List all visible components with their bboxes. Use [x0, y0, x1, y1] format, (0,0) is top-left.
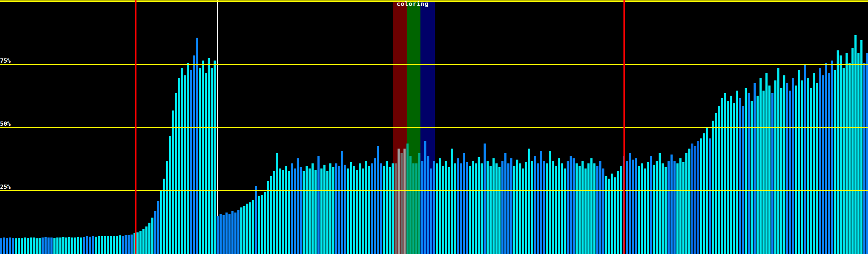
bar [18, 238, 20, 254]
bar [679, 158, 682, 254]
bar [463, 153, 465, 254]
bar [561, 163, 563, 254]
bar [472, 161, 474, 254]
bar [142, 229, 145, 254]
bar [552, 161, 554, 254]
bar [240, 207, 242, 254]
bar [243, 206, 245, 254]
bar [620, 166, 622, 254]
bar [294, 168, 296, 254]
bar [392, 163, 394, 254]
bar [780, 88, 782, 254]
gridline-100 [0, 0, 868, 2]
bar [107, 236, 109, 254]
bar [721, 98, 723, 254]
bar [350, 162, 352, 254]
bar [709, 138, 711, 254]
bar [543, 161, 545, 254]
bar [362, 168, 364, 254]
bar [74, 237, 76, 254]
bar [211, 68, 213, 254]
bar [160, 191, 162, 254]
bar [86, 236, 88, 254]
bar [89, 237, 91, 254]
bar [537, 163, 539, 254]
bar [703, 133, 705, 254]
bar [30, 237, 32, 254]
bar [457, 158, 459, 254]
bar [484, 144, 486, 254]
bar [231, 211, 234, 254]
bar [810, 88, 812, 254]
bar [522, 168, 524, 254]
bar [83, 237, 85, 254]
bar [249, 202, 251, 254]
bar [246, 204, 248, 254]
bar [258, 196, 260, 254]
bar [329, 163, 331, 254]
bar [715, 113, 717, 254]
bar [584, 168, 587, 254]
bar [326, 171, 328, 254]
bar [53, 238, 56, 254]
bar [834, 70, 836, 254]
bar [635, 158, 637, 254]
bar [223, 215, 225, 254]
bar [626, 161, 628, 254]
bar [403, 149, 406, 254]
bar [338, 166, 340, 254]
bar [181, 68, 183, 254]
bar [460, 163, 462, 254]
bar [638, 166, 640, 254]
bar [816, 83, 818, 254]
bar [670, 155, 673, 254]
bar [300, 167, 302, 254]
bar [851, 48, 854, 254]
bar [863, 63, 865, 254]
bar [386, 161, 388, 254]
bar [104, 236, 106, 254]
bar [504, 153, 506, 254]
bar [282, 170, 284, 254]
bar [214, 61, 216, 254]
bar [866, 53, 868, 254]
bar [481, 163, 483, 254]
bar [187, 63, 189, 254]
bar [676, 163, 679, 254]
bar [599, 161, 601, 254]
bar [430, 168, 432, 254]
bar [801, 80, 803, 254]
bar [39, 238, 41, 254]
bar [662, 163, 664, 254]
bar [353, 166, 355, 254]
bar [516, 160, 518, 254]
bar [700, 138, 702, 254]
bar [320, 168, 323, 254]
bar [614, 177, 616, 254]
bar [255, 186, 257, 254]
bar [730, 96, 732, 254]
bar [344, 165, 346, 254]
bar [95, 237, 97, 254]
bar [602, 168, 604, 254]
bar [380, 163, 382, 254]
bar [116, 236, 118, 254]
bar [401, 153, 403, 254]
bar [24, 237, 26, 254]
bar [760, 78, 762, 254]
bar [314, 170, 317, 254]
bar [50, 237, 53, 254]
bar [306, 166, 308, 254]
bar [632, 160, 634, 254]
bar [312, 163, 314, 254]
bar [647, 162, 649, 254]
bar [273, 171, 275, 254]
bar [540, 151, 542, 254]
bar [445, 161, 447, 254]
bar [15, 238, 17, 254]
bar [136, 232, 139, 254]
bar [288, 171, 290, 254]
bar [119, 235, 121, 254]
bar [570, 156, 572, 254]
bar [131, 235, 133, 254]
